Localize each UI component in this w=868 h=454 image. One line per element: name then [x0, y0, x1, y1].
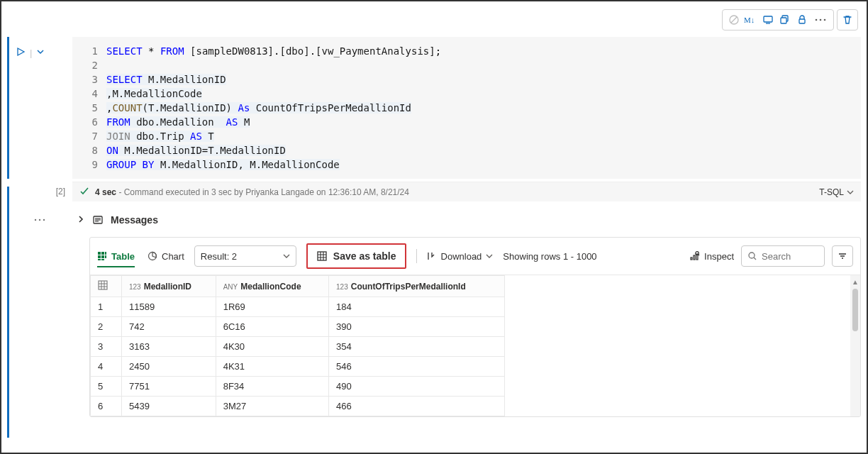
inspect-button[interactable]: Inspect	[689, 250, 734, 262]
svg-point-10	[824, 19, 826, 21]
view-table-tab[interactable]: Table	[97, 251, 135, 267]
scroll-up-icon[interactable]: ▲	[852, 278, 859, 286]
execution-status-row: [2] 4 sec - Command executed in 3 sec by…	[7, 182, 861, 201]
screen-icon[interactable]	[761, 13, 775, 27]
svg-point-39	[749, 253, 755, 258]
row-index-header[interactable]	[91, 276, 122, 297]
svg-rect-28	[318, 252, 326, 260]
sql-code[interactable]: SELECT * FROM [sampleDW0813].[dbo].[vw_P…	[106, 44, 855, 172]
execution-message: - Command executed in 3 sec by Priyanka …	[118, 187, 409, 197]
svg-rect-23	[101, 255, 104, 258]
table-row[interactable]: 331634K30354	[91, 337, 505, 357]
run-cell-button[interactable]	[16, 47, 26, 59]
svg-point-8	[816, 19, 818, 21]
cell-menu-dots[interactable]	[7, 218, 72, 222]
svg-rect-24	[105, 255, 106, 258]
expand-messages-button[interactable]	[77, 215, 85, 226]
svg-rect-3	[764, 16, 772, 22]
save-as-table-button[interactable]: Save as table	[306, 243, 406, 269]
scroll-thumb[interactable]	[852, 289, 858, 331]
table-row[interactable]: 1115891R69184	[91, 297, 505, 317]
delete-cell-button[interactable]	[837, 9, 858, 31]
svg-text:M↓: M↓	[744, 16, 755, 24]
copy-icon[interactable]	[778, 13, 792, 27]
execution-duration: 4 sec	[95, 187, 116, 197]
results-toolbar: Table Chart Result: 2 Save as table	[90, 238, 860, 275]
svg-rect-26	[101, 259, 104, 260]
svg-rect-22	[98, 255, 101, 258]
messages-row: Messages	[7, 206, 861, 234]
table-row[interactable]: 654393M27466	[91, 397, 505, 416]
table-row[interactable]: 27426C16390	[91, 317, 505, 337]
row-range-label: Showing rows 1 - 1000	[503, 251, 596, 262]
svg-rect-25	[98, 259, 101, 260]
svg-line-40	[754, 258, 756, 260]
svg-line-38	[699, 255, 700, 256]
messages-icon	[92, 214, 104, 226]
table-row[interactable]: 424504K31546	[91, 357, 505, 377]
search-input[interactable]	[762, 251, 818, 262]
svg-marker-11	[18, 48, 24, 55]
svg-point-13	[39, 219, 40, 221]
svg-rect-34	[691, 258, 692, 260]
cell-toolbar: M↓	[7, 7, 861, 33]
language-selector[interactable]: T-SQL	[819, 187, 854, 197]
cell-toolbar-group: M↓	[722, 9, 834, 31]
download-button[interactable]: Download	[427, 251, 494, 262]
results-panel: Table Chart Result: 2 Save as table	[89, 237, 861, 417]
svg-point-12	[35, 219, 36, 221]
svg-rect-44	[99, 281, 107, 289]
line-number-gutter: 1 2 3 4 5 6 7 8 9	[72, 44, 106, 172]
svg-rect-20	[101, 252, 104, 255]
filter-button[interactable]	[832, 245, 853, 267]
svg-line-1	[731, 17, 737, 23]
svg-rect-35	[694, 255, 695, 260]
svg-rect-6	[781, 18, 786, 23]
svg-rect-19	[98, 252, 101, 255]
sql-editor[interactable]: 1 2 3 4 5 6 7 8 9 SELECT * FROM [sampleD…	[72, 37, 861, 179]
cell-active-indicator	[7, 37, 9, 179]
result-select[interactable]: Result: 2	[194, 245, 296, 267]
svg-rect-7	[799, 19, 805, 23]
column-header[interactable]: ANYMedallionCode	[216, 276, 328, 297]
view-chart-tab[interactable]: Chart	[148, 251, 184, 267]
results-table: 123MedallionID ANYMedallionCode 123Count…	[90, 275, 505, 416]
search-icon	[747, 251, 757, 261]
run-menu-button[interactable]	[36, 48, 45, 58]
search-box[interactable]	[741, 245, 825, 267]
markdown-icon[interactable]: M↓	[744, 13, 758, 27]
cell-gutter-divider: |	[30, 48, 32, 58]
disabled-action-icon	[727, 13, 741, 27]
success-check-icon	[79, 186, 89, 198]
vertical-scrollbar[interactable]: ▲	[850, 275, 860, 416]
messages-label: Messages	[111, 214, 158, 226]
column-header[interactable]: 123CountOfTripsPerMedallionId	[329, 276, 505, 297]
svg-rect-21	[105, 252, 106, 255]
column-header[interactable]: 123MedallionID	[122, 276, 216, 297]
cell-index-label: [2]	[56, 187, 65, 196]
code-cell: | 1 2 3 4 5 6 7 8 9 SELECT * FROM [sampl…	[7, 37, 861, 179]
table-row[interactable]: 577518F34490	[91, 377, 505, 397]
lock-icon[interactable]	[795, 13, 809, 27]
svg-point-9	[820, 19, 822, 21]
svg-point-14	[43, 219, 45, 221]
more-icon[interactable]	[812, 13, 829, 27]
toolbar-divider	[416, 249, 417, 263]
